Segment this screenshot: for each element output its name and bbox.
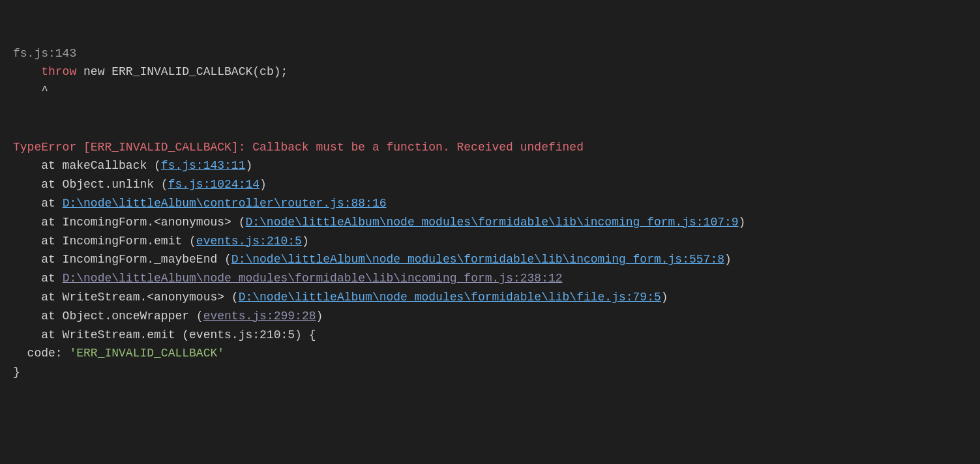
line-closing: } [13,363,967,382]
line-caret-line: ^ [13,81,967,100]
line-stack5: at IncomingForm.emit (events.js:210:5) [13,232,967,251]
line-stack4: at IncomingForm.<anonymous> (D:\node\lit… [13,213,967,232]
text-link: fs.js:143:11 [161,159,246,172]
text-stack-text: ) [260,178,267,191]
text-stack-text: at IncomingForm.emit ( [13,235,196,248]
text-stack-text: } [13,366,20,379]
line-stack10: at WriteStream.emit (events.js:210:5) { [13,326,967,345]
line-stack6: at IncomingForm._maybeEnd (D:\node\littl… [13,250,967,269]
line-error-type: TypeError [ERR_INVALID_CALLBACK]: Callba… [13,138,967,157]
blank-line [13,100,967,119]
text-stack-text: ) [724,253,732,266]
text-stack-text: ) [245,159,252,172]
line-throw-line: throw new ERR_INVALID_CALLBACK(cb); [13,63,967,81]
text-link: events.js:210:5 [196,235,302,248]
text-stack-text: at [13,197,63,210]
text-stack-text: at WriteStream.emit (events.js:210:5) { [13,328,316,341]
line-code-prop: code: 'ERR_INVALID_CALLBACK' [13,344,967,363]
line-stack1: at makeCallback (fs.js:143:11) [13,156,967,175]
text-stack-text: at Object.onceWrapper ( [13,310,203,323]
line-stack9: at Object.onceWrapper (events.js:299:28) [13,307,967,326]
text-error-title: TypeError [ERR_INVALID_CALLBACK]: Callba… [13,141,584,154]
line-stack3: at D:\node\littleAlbum\controller\router… [13,194,967,213]
text-stack-text: ) [739,216,746,229]
line-file-ref: fs.js:143 [13,44,967,63]
line-stack2: at Object.unlink (fs.js:1024:14) [13,175,967,194]
text-stack-text: ) [661,291,668,304]
text-stack-text: at makeCallback ( [13,159,161,172]
text-stack-text: ) [316,310,323,323]
text-link: D:\node\littleAlbum\node_modules\formida… [239,291,661,304]
text-link: D:\node\littleAlbum\node_modules\formida… [231,253,724,266]
text-muted-link: events.js:299:28 [203,310,316,323]
text-gray: fs.js:143 [13,47,76,60]
text-plain [13,65,41,78]
text-link: fs.js:1024:14 [168,178,260,191]
text-stack-text: at WriteStream.<anonymous> ( [13,291,239,304]
terminal-output: fs.js:143 throw new ERR_INVALID_CALLBACK… [13,7,967,382]
text-stack-text: at [13,272,63,285]
text-muted-link: D:\node\littleAlbum\node_modules\formida… [63,272,563,285]
blank-line [13,119,967,138]
line-stack8: at WriteStream.<anonymous> (D:\node\litt… [13,288,967,307]
line-stack7: at D:\node\littleAlbum\node_modules\form… [13,269,967,288]
text-link: D:\node\littleAlbum\node_modules\formida… [245,216,738,229]
text-string-val: 'ERR_INVALID_CALLBACK' [69,347,224,360]
text-stack-text: new ERR_INVALID_CALLBACK(cb); [76,65,288,78]
text-keyword: throw [41,65,76,78]
text-stack-text: at IncomingForm.<anonymous> ( [13,216,245,229]
text-stack-text: ^ [13,84,48,97]
text-stack-text: ) [302,235,309,248]
text-stack-text: at Object.unlink ( [13,178,168,191]
text-link: D:\node\littleAlbum\controller\router.js… [63,197,387,210]
text-stack-text: code: [13,347,69,360]
text-stack-text: at IncomingForm._maybeEnd ( [13,253,231,266]
